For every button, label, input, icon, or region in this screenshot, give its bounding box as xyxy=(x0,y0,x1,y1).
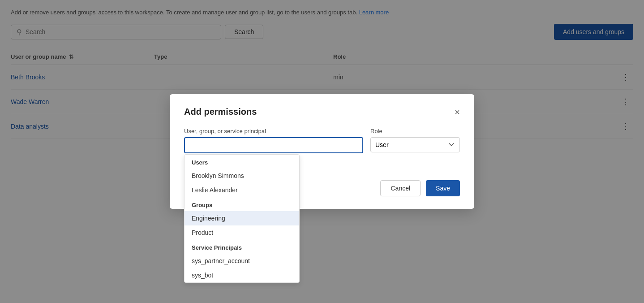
groups-section-header: Groups xyxy=(185,197,299,211)
principal-input[interactable] xyxy=(184,137,363,153)
role-label: Role xyxy=(370,128,460,134)
dropdown-item-brooklyn[interactable]: Brooklyn Simmons xyxy=(185,169,299,183)
role-select[interactable]: User Admin Viewer xyxy=(370,137,460,152)
role-group: Role User Admin Viewer xyxy=(370,128,460,153)
save-button[interactable]: Save xyxy=(426,180,460,196)
add-permissions-modal: Add permissions × User, group, or servic… xyxy=(170,94,474,209)
cancel-button[interactable]: Cancel xyxy=(380,180,421,196)
dropdown-list: Users Brooklyn Simmons Leslie Alexander … xyxy=(184,154,300,283)
dropdown-item-product[interactable]: Product xyxy=(185,225,299,240)
dropdown-item-engineering[interactable]: Engineering xyxy=(185,211,299,225)
modal-header: Add permissions × xyxy=(184,107,460,117)
service-principals-section-header: Service Principals xyxy=(185,240,299,254)
dropdown-item-sys-bot[interactable]: sys_bot xyxy=(185,268,299,282)
modal-title: Add permissions xyxy=(184,107,257,117)
dropdown-item-leslie[interactable]: Leslie Alexander xyxy=(185,183,299,197)
dropdown-item-sys-partner[interactable]: sys_partner_account xyxy=(185,254,299,268)
users-section-header: Users xyxy=(185,155,299,169)
principal-label: User, group, or service principal xyxy=(184,128,363,134)
principal-group: User, group, or service principal Users … xyxy=(184,128,363,153)
modal-form-row: User, group, or service principal Users … xyxy=(184,128,460,153)
close-button[interactable]: × xyxy=(455,108,460,117)
